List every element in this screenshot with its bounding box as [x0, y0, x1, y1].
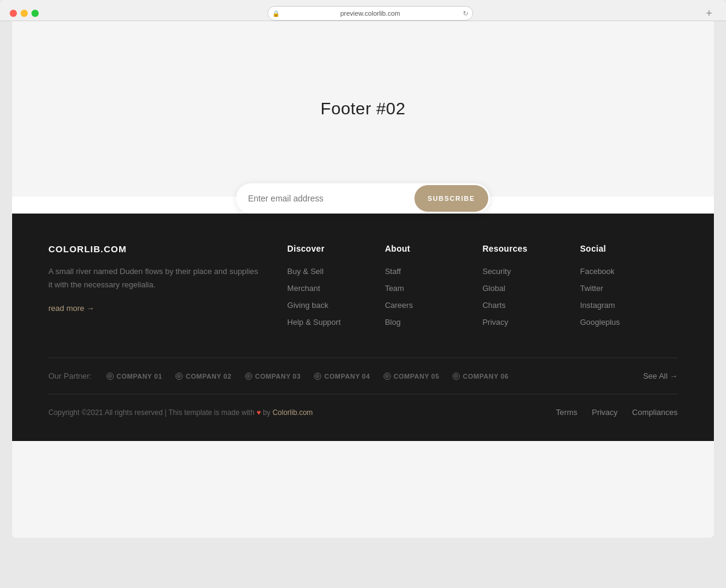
- resources-links: Security Global Charts Privacy: [482, 266, 580, 327]
- refresh-icon[interactable]: ↻: [463, 10, 468, 18]
- traffic-lights: [10, 10, 39, 17]
- social-title: Social: [580, 244, 678, 253]
- list-item: Merchant: [287, 283, 385, 293]
- link-charts[interactable]: Charts: [482, 301, 505, 310]
- list-item: Careers: [385, 299, 482, 310]
- link-twitter[interactable]: Twitter: [580, 284, 603, 293]
- partner-name-1: COMPANY 01: [117, 373, 163, 380]
- list-item: Charts: [482, 299, 580, 310]
- list-item: Team: [385, 283, 482, 293]
- partner-label: Our Partner:: [48, 371, 92, 381]
- partner-icon-6: ◎: [453, 373, 460, 380]
- footer-col-social: Social Facebook Twitter Instagram Google…: [580, 244, 678, 333]
- browser-chrome: 🔒 ↻ +: [0, 0, 726, 21]
- brand-description: A small river named Duden flows by their…: [48, 265, 263, 292]
- see-all-link[interactable]: See All →: [643, 371, 678, 381]
- partner-icon-3: ◎: [245, 373, 252, 380]
- heart-icon: ♥: [257, 408, 263, 417]
- main-content: Footer #02: [12, 21, 714, 197]
- link-blog[interactable]: Blog: [385, 318, 401, 327]
- compliances-link[interactable]: Compliances: [632, 408, 678, 417]
- partner-icon-1: ◎: [106, 373, 114, 380]
- list-item: Giving back: [287, 299, 385, 310]
- partner-name-6: COMPANY 06: [463, 373, 509, 380]
- email-input[interactable]: [236, 194, 414, 203]
- partner-icon-2: ◎: [175, 373, 183, 380]
- link-team[interactable]: Team: [385, 284, 404, 293]
- discover-title: Discover: [287, 244, 385, 253]
- privacy-link[interactable]: Privacy: [592, 408, 618, 417]
- partner-item-5: ◎ COMPANY 05: [384, 373, 440, 380]
- list-item: Staff: [385, 266, 482, 276]
- partner-list: ◎ COMPANY 01 ◎ COMPANY 02 ◎ COMPANY 03 ◎…: [106, 373, 643, 380]
- maximize-button[interactable]: [31, 10, 39, 17]
- list-item: Blog: [385, 316, 482, 327]
- brand-link[interactable]: Colorlib.com: [272, 408, 313, 417]
- list-item: Buy & Sell: [287, 266, 385, 276]
- partner-icon-4: ◎: [314, 373, 321, 380]
- social-links: Facebook Twitter Instagram Googleplus: [580, 266, 678, 327]
- link-security[interactable]: Security: [482, 267, 511, 276]
- copyright-text: Copyright ©2021 All rights reserved | Th…: [48, 408, 313, 417]
- resources-title: Resources: [482, 244, 580, 253]
- partner-name-4: COMPANY 04: [324, 373, 370, 380]
- list-item: Twitter: [580, 283, 678, 293]
- page-wrapper: Footer #02 SUBSCRIBE COLORLIB.COM A smal…: [12, 21, 714, 538]
- copyright-label: Copyright ©2021 All rights reserved | Th…: [48, 408, 257, 417]
- link-privacy[interactable]: Privacy: [482, 318, 508, 327]
- partner-name-2: COMPANY 02: [186, 373, 232, 380]
- partners-bar: Our Partner: ◎ COMPANY 01 ◎ COMPANY 02 ◎…: [48, 358, 678, 394]
- partner-icon-5: ◎: [384, 373, 391, 380]
- subscribe-button[interactable]: SUBSCRIBE: [414, 185, 488, 212]
- link-facebook[interactable]: Facebook: [580, 267, 615, 276]
- page-title: Footer #02: [321, 99, 405, 119]
- about-links: Staff Team Careers Blog: [385, 266, 482, 327]
- list-item: Instagram: [580, 299, 678, 310]
- partner-name-3: COMPANY 03: [255, 373, 301, 380]
- list-item: Security: [482, 266, 580, 276]
- partner-item-3: ◎ COMPANY 03: [245, 373, 301, 380]
- footer-col-resources: Resources Security Global Charts Privacy: [482, 244, 580, 333]
- subscribe-section: SUBSCRIBE: [12, 183, 714, 214]
- link-staff[interactable]: Staff: [385, 267, 401, 276]
- footer-brand: COLORLIB.COM A small river named Duden f…: [48, 244, 287, 333]
- link-googleplus[interactable]: Googleplus: [580, 318, 620, 327]
- partner-item-1: ◎ COMPANY 01: [106, 373, 163, 380]
- link-buy-sell[interactable]: Buy & Sell: [287, 267, 324, 276]
- partner-name-5: COMPANY 05: [394, 373, 440, 380]
- address-bar: 🔒 ↻: [44, 6, 697, 21]
- terms-link[interactable]: Terms: [556, 408, 577, 417]
- minimize-button[interactable]: [21, 10, 28, 17]
- close-button[interactable]: [10, 10, 17, 17]
- brand-name: COLORLIB.COM: [48, 244, 263, 254]
- read-more-link[interactable]: read more →: [48, 304, 94, 313]
- list-item: Help & Support: [287, 316, 385, 327]
- lock-icon: 🔒: [272, 10, 280, 17]
- by-label: by: [263, 408, 272, 417]
- url-input[interactable]: [267, 6, 473, 21]
- list-item: Facebook: [580, 266, 678, 276]
- footer-top: COLORLIB.COM A small river named Duden f…: [48, 244, 678, 358]
- link-instagram[interactable]: Instagram: [580, 301, 615, 310]
- footer-col-about: About Staff Team Careers Blog: [385, 244, 482, 333]
- footer-col-discover: Discover Buy & Sell Merchant Giving back…: [287, 244, 385, 333]
- list-item: Global: [482, 283, 580, 293]
- link-giving-back[interactable]: Giving back: [287, 301, 329, 310]
- partner-item-4: ◎ COMPANY 04: [314, 373, 370, 380]
- partner-item-2: ◎ COMPANY 02: [175, 373, 232, 380]
- new-tab-button[interactable]: +: [702, 6, 716, 21]
- link-merchant[interactable]: Merchant: [287, 284, 320, 293]
- legal-links: Terms Privacy Compliances: [556, 408, 678, 417]
- about-title: About: [385, 244, 482, 253]
- subscribe-form: SUBSCRIBE: [236, 183, 490, 214]
- link-careers[interactable]: Careers: [385, 301, 413, 310]
- footer-bottom: Copyright ©2021 All rights reserved | Th…: [48, 394, 678, 441]
- list-item: Privacy: [482, 316, 580, 327]
- list-item: Googleplus: [580, 316, 678, 327]
- below-footer: [12, 441, 714, 538]
- partner-item-6: ◎ COMPANY 06: [453, 373, 509, 380]
- footer: COLORLIB.COM A small river named Duden f…: [12, 214, 714, 441]
- link-global[interactable]: Global: [482, 284, 505, 293]
- link-help-support[interactable]: Help & Support: [287, 318, 341, 327]
- discover-links: Buy & Sell Merchant Giving back Help & S…: [287, 266, 385, 327]
